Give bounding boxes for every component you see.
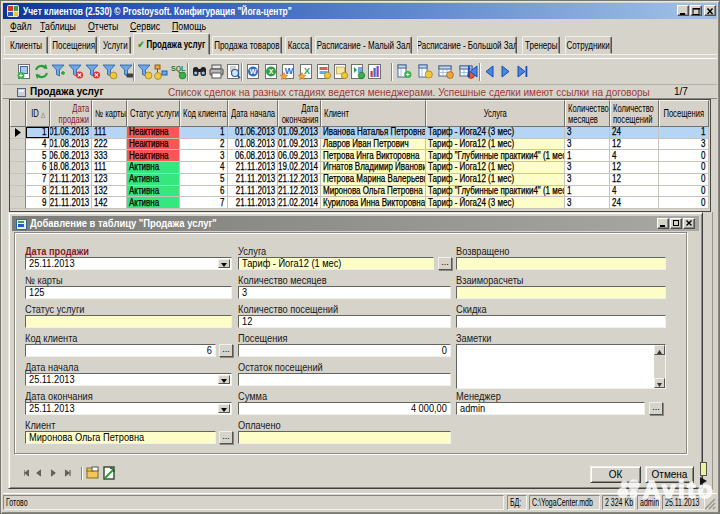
svg-text:X: X (269, 68, 274, 75)
svg-text:X: X (304, 66, 310, 76)
svg-text:SQL: SQL (171, 65, 186, 73)
svg-text:W: W (250, 68, 257, 75)
svg-text:Avito: Avito (643, 476, 715, 503)
svg-text:W: W (285, 66, 294, 76)
